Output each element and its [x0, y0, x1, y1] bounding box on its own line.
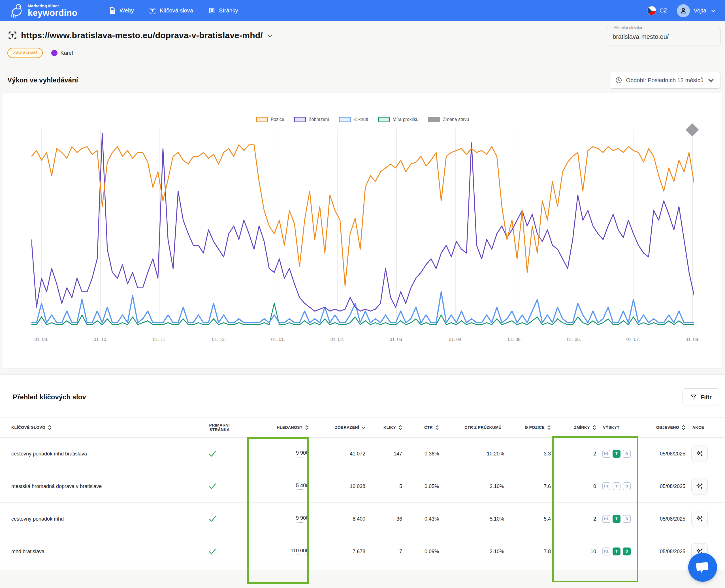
col-header-kliky[interactable]: Kliky: [365, 425, 402, 430]
primary-page-check-icon: [193, 483, 232, 490]
assignee[interactable]: Karel: [51, 50, 73, 56]
x-axis-tick-label: 01. 06.: [567, 337, 581, 342]
nav-item-klicova-slova[interactable]: Klíčová slova: [149, 7, 193, 15]
user-name-label: Vojta: [694, 7, 706, 14]
vyskyt-badge-h1[interactable]: H1: [602, 450, 610, 458]
current-page-input[interactable]: [607, 28, 720, 46]
ai-action-button[interactable]: [691, 511, 708, 527]
table-row[interactable]: cestovný poriadok mhd 9 900 8 400 36 0.4…: [0, 503, 725, 535]
legend-item-zobrazeni[interactable]: Zobrazení: [294, 117, 329, 122]
kliky-cell: 147: [365, 451, 402, 457]
legend-label: Kliknutí: [354, 117, 368, 122]
vyskyt-badges: H1TD: [596, 482, 631, 490]
keyword-cell[interactable]: cestovný poriadok mhd: [11, 516, 193, 522]
status-badge[interactable]: Zapracovat: [7, 48, 43, 58]
objeveno-cell: 05/08/2025: [639, 451, 685, 457]
objeveno-cell: 05/08/2025: [639, 549, 685, 554]
vyskyt-badge-d[interactable]: D: [623, 547, 631, 555]
period-label: Období: Posledních 12 měsíců: [626, 77, 704, 84]
vyskyt-badge-d[interactable]: D: [623, 515, 631, 523]
language-switcher[interactable]: CZ: [647, 6, 667, 15]
nav-label: Stránky: [219, 7, 238, 14]
brand-small-label: Marketing Miner: [28, 4, 77, 8]
vyskyt-badge-t[interactable]: T: [613, 515, 620, 523]
objeveno-cell: 05/08/2025: [639, 516, 685, 522]
zobrazeni-cell: 41 072: [309, 451, 365, 457]
keyword-cell[interactable]: cestovný poriadok mhd bratislava: [11, 451, 193, 457]
objeveno-cell: 05/08/2025: [639, 483, 685, 489]
col-header-zobrazeni[interactable]: Zobrazení: [309, 425, 365, 430]
col-header-vyskyt[interactable]: Výskyt: [596, 425, 639, 430]
ctr-pruzkum-cell: 5.10%: [439, 516, 504, 522]
vyskyt-badge-h1[interactable]: H1: [602, 547, 610, 555]
col-header-objeveno[interactable]: Objeveno: [639, 425, 685, 430]
url-dropdown-toggle[interactable]: [266, 30, 274, 41]
vyskyt-badge-h1[interactable]: H1: [602, 482, 610, 490]
x-axis-tick-label: 01. 11.: [153, 337, 167, 342]
assignee-color-dot: [51, 50, 58, 56]
marketing-miner-logo-icon: [8, 3, 24, 19]
czech-flag-icon: [647, 6, 656, 15]
ctr-pruzkum-cell: 2.10%: [439, 483, 504, 489]
ai-action-button[interactable]: [691, 445, 708, 462]
chart-plot-area[interactable]: [31, 129, 694, 334]
col-header-ctr-z-pruzkumu[interactable]: CTR z průzkumů: [439, 425, 504, 430]
performance-section-header: Výkon ve vyhledávání Období: Posledních …: [7, 72, 721, 89]
keywords-table: Klíčové slovo Primární stránka Hledanost…: [0, 417, 725, 568]
vyskyt-badge-d[interactable]: D: [623, 450, 631, 458]
legend-item-mira-prokliku[interactable]: Míra prokliku: [378, 117, 419, 122]
kliky-cell: 7: [365, 549, 402, 554]
legend-item-zmena-stavu[interactable]: Změna stavu: [428, 117, 469, 122]
chat-button[interactable]: [688, 553, 717, 582]
vyskyt-badge-t[interactable]: T: [613, 450, 620, 458]
legend-label: Změna stavu: [443, 117, 469, 122]
pozice-cell: 3.3: [504, 451, 551, 457]
vyskyt-badges: H1TD: [596, 515, 631, 523]
brand-text: Marketing Miner keywordino: [28, 4, 77, 17]
hledanost-cell[interactable]: 9 900: [232, 515, 309, 523]
vyskyt-badge-t[interactable]: T: [613, 547, 620, 555]
vyskyt-badge-d[interactable]: D: [623, 482, 631, 490]
col-header-ctr[interactable]: CTR: [402, 425, 439, 430]
filter-button[interactable]: Filtr: [683, 388, 719, 406]
pozice-cell: 5.4: [504, 516, 551, 522]
user-menu[interactable]: Vojta: [677, 4, 717, 17]
chevron-down-icon: [707, 77, 715, 84]
chart-x-axis-labels: 01. 09.01. 10.01. 11.01. 12.01. 01.01. 0…: [31, 337, 694, 344]
table-row[interactable]: mestská hromadná doprava v bratislave 5 …: [0, 470, 725, 503]
x-axis-tick-label: 01. 08.: [686, 337, 700, 342]
chart-legend: Pozice Zobrazení Kliknutí Míra prokliku …: [3, 117, 722, 122]
ai-action-button[interactable]: [691, 478, 708, 495]
topbar-right: CZ Vojta: [647, 4, 717, 17]
col-header-hledanost[interactable]: Hledanost: [232, 425, 309, 430]
keywords-title: Přehled klíčových slov: [13, 393, 86, 401]
nav-item-weby[interactable]: Weby: [108, 7, 134, 15]
vyskyt-badge-h1[interactable]: H1: [602, 515, 610, 523]
col-header-zminky[interactable]: Zmínky: [551, 425, 596, 430]
vyskyt-badge-t[interactable]: T: [613, 482, 620, 490]
period-select-button[interactable]: Období: Posledních 12 měsíců: [609, 72, 721, 89]
col-header-pozice[interactable]: Ø Pozice: [504, 425, 551, 430]
col-header-klicove-slovo[interactable]: Klíčové slovo: [11, 425, 193, 430]
hledanost-cell[interactable]: 110 000: [232, 548, 309, 555]
hledanost-cell[interactable]: 5 400: [232, 483, 309, 490]
legend-item-kliknuti[interactable]: Kliknutí: [339, 117, 368, 122]
ctr-cell: 0.43%: [402, 516, 439, 522]
pozice-cell: 7.8: [504, 549, 551, 554]
top-bar: Marketing Miner keywordino Weby Klíčová …: [0, 0, 725, 21]
legend-item-pozice[interactable]: Pozice: [256, 117, 284, 122]
hledanost-cell[interactable]: 9 900: [232, 450, 309, 458]
col-header-primarni-stranka[interactable]: Primární stránka: [193, 423, 232, 432]
zminky-cell: 0: [551, 483, 596, 489]
nav-item-stranky[interactable]: Stránky: [208, 7, 238, 15]
legend-swatch: [339, 117, 350, 122]
legend-swatch: [428, 117, 440, 122]
brand-logo[interactable]: Marketing Miner keywordino: [8, 3, 77, 19]
legend-label: Míra prokliku: [392, 117, 419, 122]
table-row[interactable]: mhd bratislava 110 000 7 678 7 0.09% 2.1…: [0, 535, 725, 568]
keyword-cell[interactable]: mhd bratislava: [11, 549, 193, 554]
table-row[interactable]: cestovný poriadok mhd bratislava 9 900 4…: [0, 438, 725, 470]
person-icon: [680, 7, 687, 15]
keyword-cell[interactable]: mestská hromadná doprava v bratislave: [11, 483, 193, 489]
col-header-akce[interactable]: Akce: [685, 425, 714, 430]
